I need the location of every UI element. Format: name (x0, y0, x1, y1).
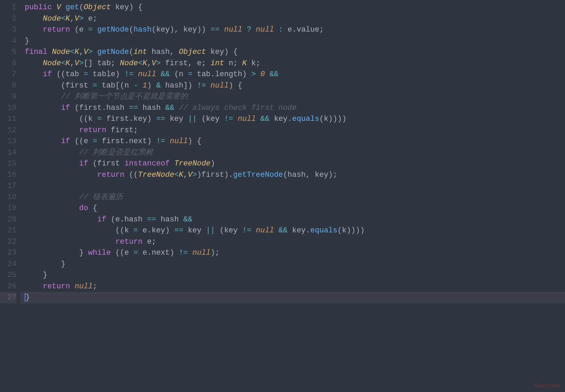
line-number: 1 (0, 2, 16, 13)
code-token: 1 (142, 81, 147, 90)
code-token: } (25, 271, 47, 279)
code-token: - (134, 81, 138, 90)
code-token: // 判断第一个节点是不是就是需要的 (61, 92, 188, 101)
code-token: return (97, 171, 124, 179)
code-line[interactable]: return e; (21, 237, 565, 248)
code-token (25, 282, 43, 291)
code-token: && (278, 226, 287, 235)
code-line[interactable]: return (e = getNode(hash(key), key)) == … (21, 24, 565, 36)
code-line[interactable]: do { (21, 203, 565, 214)
code-token (25, 204, 79, 212)
code-line[interactable]: Node<K,V>[] tab; Node<K,V> first, e; int… (21, 58, 565, 69)
code-line[interactable]: if ((tab = table) != null && (n = tab.le… (21, 69, 565, 80)
code-line[interactable]: // 判断是否是红黑树 (21, 147, 565, 159)
code-line[interactable]: if ((e = first.next) != null) { (21, 136, 565, 147)
code-token (25, 59, 43, 68)
code-token: k; (247, 59, 261, 68)
code-token: Node (43, 59, 61, 68)
code-token: (first.hash (70, 104, 129, 112)
code-line[interactable] (21, 181, 565, 192)
code-token (25, 193, 79, 201)
code-token: e.key) (138, 226, 174, 235)
code-token (25, 137, 61, 146)
code-token: if (61, 104, 70, 112)
code-token (25, 171, 97, 179)
code-token: > (193, 171, 197, 179)
code-token: ; (93, 282, 97, 291)
code-token: V (74, 14, 79, 23)
code-token: = (84, 70, 88, 79)
code-token: hash, (147, 48, 178, 56)
code-token: [] tab; (84, 59, 120, 68)
code-token (251, 226, 256, 235)
code-line[interactable]: return first; (21, 125, 565, 136)
code-token: ((k (25, 226, 134, 235)
code-token: first.next) (97, 137, 156, 146)
code-line[interactable]: ((k = first.key) == key || (key != null … (21, 114, 565, 125)
code-editor[interactable]: 1234567891011121314151617181920212223242… (0, 0, 565, 392)
line-number: 23 (0, 247, 16, 259)
code-line[interactable]: if (first instanceof TreeNode) (21, 158, 565, 170)
code-token: ) (210, 159, 215, 168)
code-token: (key), key)) (152, 25, 211, 34)
code-line[interactable]: } while ((e = e.next) != null); (21, 247, 565, 259)
code-token (188, 249, 192, 257)
code-line[interactable]: Node<K,V> e; (21, 13, 565, 25)
code-token (93, 25, 97, 34)
code-token: & (156, 81, 161, 90)
code-line[interactable]: ((k = e.key) == key || (key != null && k… (21, 225, 565, 237)
line-number: 2 (0, 13, 16, 25)
code-token: key. (269, 115, 292, 123)
code-line[interactable]: // 链表遍历 (21, 192, 565, 203)
code-token: TreeNode (174, 159, 211, 168)
code-token: = (93, 137, 97, 146)
code-token: ) { (188, 137, 201, 146)
code-token (274, 25, 278, 34)
code-token: )first). (197, 171, 233, 179)
code-token: Node (43, 14, 61, 23)
line-number: 17 (0, 181, 16, 192)
code-token: key (165, 115, 188, 123)
code-token: } (25, 249, 88, 257)
code-token: Node (120, 59, 138, 68)
line-number: 12 (0, 125, 16, 136)
code-line[interactable]: } (21, 259, 565, 270)
line-number: 19 (0, 203, 16, 214)
code-line[interactable]: } (21, 292, 565, 303)
code-line[interactable]: } (21, 270, 565, 281)
code-token: hash (138, 104, 165, 112)
code-token: while (88, 249, 111, 257)
code-line[interactable]: if (first.hash == hash && // always chec… (21, 103, 565, 114)
code-line[interactable]: public V get(Object key) { (21, 2, 565, 13)
code-line[interactable]: if (e.hash == hash && (21, 214, 565, 226)
code-token: do (79, 204, 88, 212)
code-token: return (115, 238, 142, 246)
code-token: e.value; (283, 25, 324, 34)
code-token: key. (288, 226, 310, 235)
code-token: getNode (97, 48, 129, 56)
code-line[interactable]: // 判断第一个节点是不是就是需要的 (21, 91, 565, 103)
code-line[interactable]: (first = tab[(n - 1) & hash]) != null) { (21, 80, 565, 92)
code-line[interactable]: } (21, 36, 565, 47)
code-line[interactable]: final Node<K,V> getNode(int hash, Object… (21, 47, 565, 58)
code-token: (e (70, 25, 88, 34)
code-token: ); (210, 249, 219, 257)
code-token: Node (52, 48, 70, 56)
code-token: (k)))) (319, 115, 346, 123)
code-token: != (197, 81, 206, 90)
code-token: null (256, 25, 274, 34)
code-token: && (269, 70, 278, 79)
code-token: } (25, 293, 30, 302)
code-token: < (138, 59, 142, 68)
code-area[interactable]: public V get(Object key) { Node<K,V> e; … (21, 0, 565, 392)
code-line[interactable]: return null; (21, 281, 565, 292)
code-line[interactable]: return ((TreeNode<K,V>)first).getTreeNod… (21, 170, 565, 181)
code-token: && (261, 115, 269, 123)
code-token: (n (170, 70, 188, 79)
code-token: // 链表遍历 (79, 193, 123, 201)
code-token: || (188, 115, 197, 123)
code-token: e.next) (138, 249, 179, 257)
code-token (256, 70, 260, 79)
code-token: < (61, 14, 66, 23)
code-token (170, 159, 174, 168)
